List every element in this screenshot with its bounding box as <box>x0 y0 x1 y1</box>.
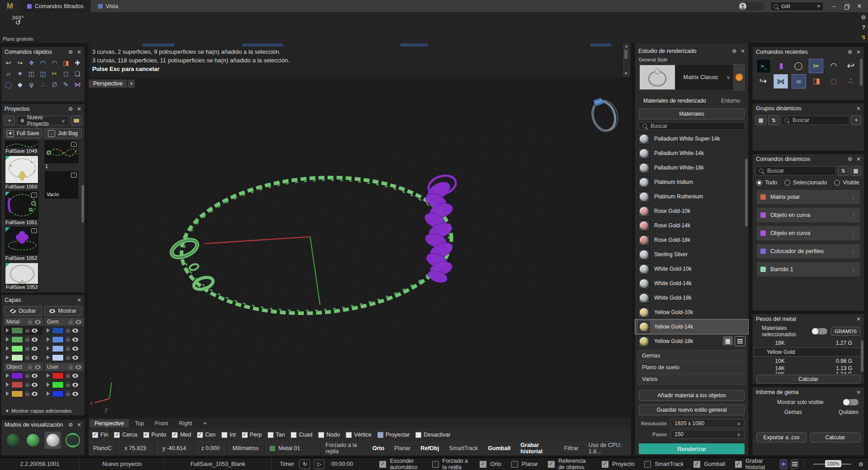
scroll-down-icon[interactable]: ▼ <box>625 72 627 75</box>
move-icon[interactable]: ✚ <box>72 58 83 68</box>
material-item[interactable]: Yellow Gold-10k <box>635 305 748 320</box>
link-frame-icon[interactable]: ◫ <box>26 69 37 79</box>
curve-points-icon[interactable]: ∴ <box>844 74 858 88</box>
checkbox[interactable] <box>143 432 149 438</box>
toggle-grabar-historial[interactable]: Grabar historial <box>735 458 768 470</box>
layer-color-swatch[interactable] <box>52 372 64 379</box>
material-item[interactable]: Platinum Ruthenium <box>635 189 748 204</box>
material-item-selected[interactable]: Yellow Gold-14k <box>635 320 748 334</box>
restore-button[interactable] <box>844 4 849 9</box>
close-icon[interactable]: ✕ <box>77 106 81 112</box>
material-item[interactable]: White Gold-18k <box>635 291 748 305</box>
gear-icon[interactable]: ⚙ <box>68 49 73 55</box>
tab-comandos-filtrados[interactable]: Comandos filtrados <box>20 0 91 12</box>
layer-color-swatch[interactable] <box>11 345 23 352</box>
close-icon[interactable]: ✕ <box>77 49 81 55</box>
project-thumbnail[interactable]: ↓ <box>5 191 38 219</box>
material-item[interactable]: Platinum Iridium <box>635 175 748 189</box>
undo-icon[interactable]: ↩ <box>3 58 14 68</box>
butterfly-icon[interactable]: ⋈ <box>774 74 788 89</box>
style-selector[interactable]: Matrix Classic ∨ → <box>639 64 745 90</box>
expand-icon[interactable] <box>47 355 50 360</box>
ring-icon[interactable]: ◯ <box>792 59 805 72</box>
layer-color-swatch[interactable] <box>11 327 23 334</box>
layer-row[interactable] <box>4 380 43 389</box>
apply-style-button[interactable]: → <box>734 64 745 90</box>
osnap-fin[interactable]: Fin <box>92 432 108 438</box>
slider-track[interactable]: 100% <box>813 464 851 465</box>
prongs-icon[interactable]: ψ <box>26 80 37 89</box>
materials-button[interactable]: Materiales <box>639 108 745 119</box>
checkbox[interactable] <box>432 461 439 468</box>
mirror-icon[interactable]: ◨ <box>61 58 71 68</box>
checkbox[interactable] <box>735 461 742 468</box>
weights-scrollbar[interactable] <box>861 340 863 372</box>
lock-icon[interactable] <box>25 384 29 387</box>
lock-icon[interactable] <box>25 338 29 342</box>
layer-color-swatch[interactable] <box>11 354 23 361</box>
material-item[interactable]: Rose Gold-14k <box>635 218 748 233</box>
osnap-int[interactable]: Int <box>222 432 236 438</box>
menu-dots-icon[interactable]: ⋮ <box>851 212 857 219</box>
checkbox[interactable] <box>92 432 98 438</box>
open-folder-button[interactable] <box>71 116 82 126</box>
display-mode-wireframe[interactable] <box>65 432 81 449</box>
close-icon[interactable]: ✕ <box>856 105 861 112</box>
material-item[interactable]: White Gold-14k <box>635 276 748 291</box>
materials-search-input[interactable]: Buscar <box>639 122 745 130</box>
list-view-icon[interactable] <box>735 336 745 346</box>
project-item-label[interactable]: FullSave 1049 <box>5 148 38 154</box>
command-search-input[interactable]: GIR ✕ <box>770 2 824 11</box>
layer-row[interactable] <box>4 326 43 335</box>
close-button[interactable]: ✕ <box>855 3 863 9</box>
filter-visible[interactable]: Visible <box>834 179 859 186</box>
list-icon[interactable] <box>791 460 798 469</box>
show-visible-toggle[interactable] <box>843 399 859 405</box>
osnap-cen[interactable]: Cen <box>197 432 216 438</box>
cylinder-icon[interactable]: ▮ <box>774 59 788 72</box>
osnap-punto[interactable]: Punto <box>143 432 166 438</box>
viewport-canvas[interactable]: x y Perspective ▾ <box>89 77 631 418</box>
commands-search-input[interactable]: Buscar <box>755 166 836 175</box>
view-dropdown-icon[interactable]: ▾ <box>128 80 135 88</box>
render-button[interactable]: Renderizar <box>639 443 745 454</box>
tab-vista[interactable]: Vista <box>91 0 126 12</box>
project-thumbnail[interactable]: ↓ <box>5 155 38 183</box>
reset-timer-button[interactable]: ↻ <box>299 460 310 469</box>
layer-color-swatch[interactable] <box>52 327 64 334</box>
help-icon[interactable]: ? <box>862 24 865 31</box>
file-name[interactable]: FullSave_1053_Blank <box>165 458 272 470</box>
current-layer-cell[interactable]: Metal 01 <box>264 441 321 456</box>
zoom-slider[interactable]: 100% <box>813 464 851 465</box>
project-item-label[interactable]: FullSave 1052 <box>5 255 38 261</box>
eye-icon[interactable] <box>32 329 38 333</box>
toggle-proyecto[interactable]: Proyecto <box>602 461 634 468</box>
close-icon[interactable]: ✕ <box>77 422 81 428</box>
eye-icon[interactable] <box>72 329 78 333</box>
eye-icon[interactable] <box>72 347 78 351</box>
layer-color-swatch[interactable] <box>11 381 23 388</box>
halo-icon[interactable]: ∅ <box>49 80 60 89</box>
radio-icon[interactable] <box>834 180 840 186</box>
layer-row[interactable] <box>4 344 43 353</box>
layer-color-swatch[interactable] <box>11 390 23 397</box>
eye-icon[interactable] <box>72 392 78 396</box>
material-item[interactable]: Rose Gold-10k <box>635 204 748 218</box>
checkbox[interactable] <box>644 461 651 468</box>
checkbox[interactable] <box>377 432 383 438</box>
toggle-forzado-rejilla[interactable]: Forzado a la rejilla <box>432 458 470 470</box>
project-item-label[interactable]: FullSave 1050 <box>5 183 38 190</box>
osnap-cuad[interactable]: Cuad <box>291 432 312 438</box>
osnap-med[interactable]: Med <box>172 432 191 438</box>
eye-icon[interactable] <box>32 347 38 351</box>
material-item[interactable]: Palladium White-14k <box>635 146 748 160</box>
lightning-icon[interactable]: ↯ <box>861 34 866 41</box>
lock-icon[interactable] <box>25 348 29 351</box>
eye-icon[interactable] <box>35 365 41 369</box>
heads-icon[interactable]: ∴ <box>38 80 48 89</box>
project-item-label[interactable]: FullSave 1053 <box>5 284 38 290</box>
toggle-smarttrack[interactable]: SmartTrack <box>644 461 684 468</box>
expand-icon[interactable] <box>47 346 50 351</box>
status-toggle-planar[interactable]: Planar <box>389 445 415 451</box>
checkbox[interactable] <box>318 432 324 438</box>
